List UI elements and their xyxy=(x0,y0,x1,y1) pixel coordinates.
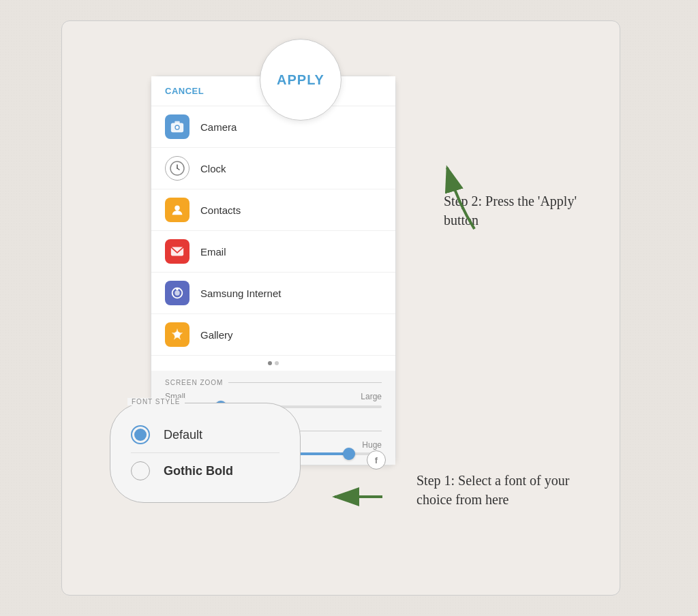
svg-point-10 xyxy=(174,290,179,295)
list-item[interactable]: Clock xyxy=(151,148,395,189)
radio-gothic[interactable] xyxy=(131,461,150,480)
main-container: APPLY CANCEL Camera xyxy=(61,20,620,596)
zoom-range-labels: Small Large xyxy=(165,392,382,401)
svg-point-7 xyxy=(174,206,179,211)
font-slider-thumb[interactable] xyxy=(343,448,355,460)
list-item[interactable]: Email xyxy=(151,231,395,273)
font-style-section: FONT STYLE Default Gothic Bold xyxy=(110,403,301,503)
samsung-icon xyxy=(165,281,189,305)
gallery-icon xyxy=(165,322,189,347)
list-item[interactable]: Gallery xyxy=(151,314,395,356)
clock-icon xyxy=(165,156,189,181)
email-icon xyxy=(165,239,189,264)
app-name-samsung: Samsung Internet xyxy=(200,288,281,299)
app-name-gallery: Gallery xyxy=(200,329,233,341)
screen-zoom-label: SCREEN ZOOM xyxy=(165,379,382,386)
arrow-step1 xyxy=(321,469,389,527)
app-name-camera: Camera xyxy=(200,121,237,133)
app-list: Camera Clock xyxy=(151,106,395,356)
list-item[interactable]: Contacts xyxy=(151,189,395,231)
font-size-huge-label: Huge xyxy=(362,440,382,450)
zoom-large-label: Large xyxy=(361,392,382,401)
pagination-dots xyxy=(151,356,395,371)
step1-text: Step 1: Select a font of your choice fro… xyxy=(416,473,569,507)
apply-label: APPLY xyxy=(277,72,324,88)
radio-inner-default xyxy=(134,429,147,441)
camera-icon xyxy=(165,114,189,139)
cancel-button[interactable]: CANCEL xyxy=(165,86,204,96)
step1-instruction: Step 1: Select a font of your choice fro… xyxy=(416,471,580,509)
font-name-default: Default xyxy=(164,428,202,442)
svg-rect-3 xyxy=(174,121,179,124)
font-option-default[interactable]: Default xyxy=(131,417,279,452)
font-option-gothic[interactable]: Gothic Bold xyxy=(131,452,279,489)
apply-button-circle[interactable]: APPLY xyxy=(260,39,342,121)
dot-2 xyxy=(275,361,279,365)
app-name-contacts: Contacts xyxy=(200,204,241,216)
font-name-gothic: Gothic Bold xyxy=(164,464,233,478)
list-item[interactable]: Camera xyxy=(151,106,395,148)
radio-default[interactable] xyxy=(131,425,150,444)
dot-1 xyxy=(268,361,272,365)
svg-point-11 xyxy=(176,288,179,291)
arrow-step2 xyxy=(416,147,485,238)
app-name-clock: Clock xyxy=(200,163,226,174)
font-download-icon[interactable]: f xyxy=(367,450,386,469)
list-item[interactable]: Samsung Internet xyxy=(151,273,395,314)
app-name-email: Email xyxy=(200,246,226,258)
font-style-label: FONT STYLE xyxy=(127,398,185,405)
contacts-icon xyxy=(165,198,189,222)
svg-point-2 xyxy=(176,126,179,129)
